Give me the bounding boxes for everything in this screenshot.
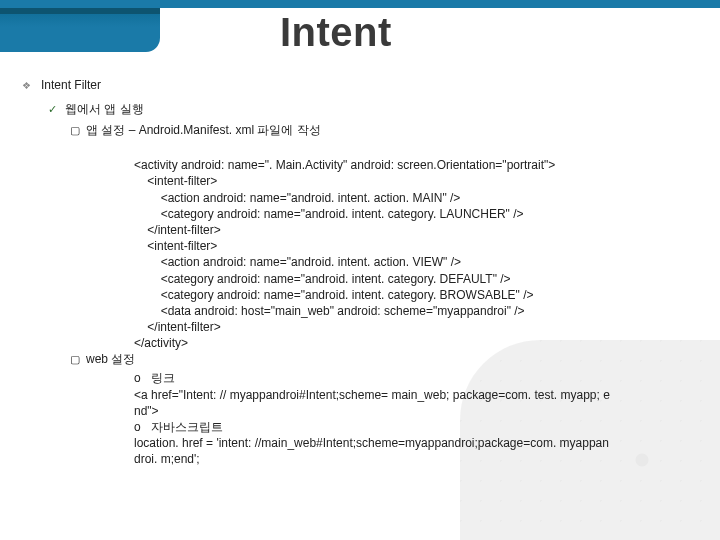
square-icon: ▢	[70, 351, 80, 368]
code-line: <category android: name="android. intent…	[134, 207, 524, 221]
code-line: <action android: name="android. intent. …	[134, 255, 461, 269]
code-line: <action android: name="android. intent. …	[134, 191, 460, 205]
code-line: <data android: host="main_web" android: …	[134, 304, 525, 318]
app-setting-text: 앱 설정 – Android.Manifest. xml 파일에 작성	[86, 122, 321, 139]
square-icon: ▢	[70, 122, 80, 139]
web-code-block: o 링크 <a href="Intent: // myappandroi#Int…	[134, 370, 614, 467]
code-line: <category android: name="android. intent…	[134, 288, 534, 302]
code-line: <intent-filter>	[134, 174, 217, 188]
page-title: Intent	[160, 8, 392, 55]
bullet-web-setting: ▢ web 설정	[70, 351, 692, 368]
title-row: Intent	[0, 8, 720, 55]
bullet-lvl2: ✓ 웹에서 앱 실행	[48, 101, 692, 118]
code-line: <category android: name="android. intent…	[134, 272, 511, 286]
code-line: </intent-filter>	[134, 223, 221, 237]
code-line: <intent-filter>	[134, 239, 217, 253]
manifest-code-block: <activity android: name=". Main.Activity…	[134, 141, 692, 351]
web-link-label: o 링크	[134, 371, 175, 385]
accent-block	[0, 8, 160, 52]
bullet-app-setting: ▢ 앱 설정 – Android.Manifest. xml 파일에 작성	[70, 122, 692, 139]
bullet-lvl1: ❖ Intent Filter	[22, 77, 692, 95]
header-topbar	[0, 0, 720, 8]
web-js-label: o 자바스크립트	[134, 420, 223, 434]
web-link-code: <a href="Intent: // myappandroi#Intent;s…	[134, 388, 610, 418]
web-setting-text: web 설정	[86, 351, 135, 368]
slide-content: ❖ Intent Filter ✓ 웹에서 앱 실행 ▢ 앱 설정 – Andr…	[0, 55, 720, 468]
web-js-code: location. href = 'intent: //main_web#Int…	[134, 436, 609, 466]
code-line: </intent-filter>	[134, 320, 221, 334]
code-line: </activity>	[134, 336, 188, 350]
code-line: <activity android: name=". Main.Activity…	[134, 158, 555, 172]
diamond-icon: ❖	[22, 77, 31, 95]
lvl1-text: Intent Filter	[41, 77, 101, 95]
check-icon: ✓	[48, 101, 57, 118]
lvl2-text: 웹에서 앱 실행	[65, 101, 144, 118]
